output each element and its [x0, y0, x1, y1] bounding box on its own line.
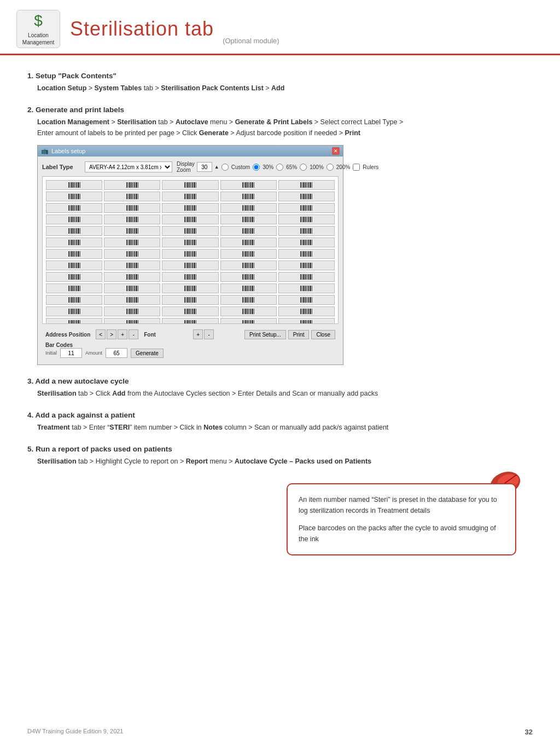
page-header: $ Location Management Sterilisation tab …	[0, 0, 560, 55]
section-1-desc: Location Setup > System Tables tab > Ste…	[37, 83, 533, 94]
zoom-65-radio[interactable]	[276, 164, 283, 171]
font-label: Font	[144, 332, 188, 338]
label-cell	[220, 215, 277, 224]
info-box-container: An item number named “Steri” is preset i…	[287, 483, 516, 555]
section-1: 1. Setup "Pack Contents" Location Setup …	[27, 72, 533, 94]
font-plus-btn[interactable]: +	[193, 329, 203, 339]
zoom-value-input[interactable]	[197, 162, 212, 172]
label-cell	[104, 260, 160, 270]
label-cell	[104, 283, 160, 293]
label-cell	[278, 215, 335, 224]
labels-setup-dialog-wrapper: 📺 Labels setup ✕ Label Type AVERY-A4 2.1…	[37, 145, 533, 365]
zoom-100-radio[interactable]	[300, 164, 307, 171]
labels-setup-dialog: 📺 Labels setup ✕ Label Type AVERY-A4 2.1…	[37, 145, 343, 365]
label-cell	[104, 192, 160, 201]
display-zoom-label: Display Zoom	[177, 161, 195, 173]
label-cell	[162, 306, 218, 316]
logo-dollar-icon: $	[34, 12, 43, 30]
section-4-title: 4. Add a pack against a patient	[27, 411, 533, 419]
addr-plus-btn[interactable]: +	[118, 329, 127, 339]
section-4-desc: Treatment tab > Enter “STERI” item numbe…	[37, 422, 533, 433]
label-cell	[104, 295, 160, 305]
print-button[interactable]: Print	[288, 330, 310, 339]
label-cell	[278, 283, 335, 293]
section-5-desc: Sterilisation tab > Highlight Cycle to r…	[37, 456, 533, 467]
addr-right-btn[interactable]: >	[107, 329, 116, 339]
page-number: 32	[525, 728, 533, 736]
address-position-buttons: < > + -	[96, 329, 138, 339]
label-cell	[278, 238, 335, 247]
section-3: 3. Add a new autoclave cycle Sterilisati…	[27, 377, 533, 399]
display-zoom-section: Display Zoom ▲ Custom 30% 65% 100% 200% …	[177, 161, 378, 173]
zoom-30-radio[interactable]	[253, 164, 260, 171]
zoom-up-icon[interactable]: ▲	[214, 164, 219, 170]
page-subtitle: (Optional module)	[223, 37, 279, 48]
info-box: An item number named “Steri” is preset i…	[287, 483, 516, 555]
label-cell	[162, 238, 218, 247]
label-cell	[46, 260, 102, 270]
label-cell	[46, 249, 102, 259]
label-grid	[46, 180, 335, 324]
label-cell	[162, 318, 218, 324]
label-cell	[104, 318, 160, 324]
label-cell	[278, 192, 335, 201]
dialog-titlebar: 📺 Labels setup ✕	[38, 146, 343, 157]
label-cell	[46, 192, 102, 201]
section-5: 5. Run a report of packs used on patient…	[27, 445, 533, 467]
label-cell	[278, 306, 335, 316]
zoom-200-radio[interactable]	[326, 164, 334, 171]
label-cell	[278, 249, 335, 259]
label-cell	[220, 226, 277, 236]
bar-codes-label: Bar Codes	[45, 342, 73, 348]
generate-button[interactable]: Generate	[131, 349, 164, 358]
label-cell	[278, 203, 335, 213]
print-setup-button[interactable]: Print Setup...	[244, 330, 286, 339]
label-cell	[278, 180, 335, 190]
label-cell	[162, 203, 218, 213]
label-cell	[46, 180, 102, 190]
label-cell	[278, 272, 335, 282]
font-minus-btn[interactable]: -	[204, 329, 214, 339]
dialog-footer: Address Position < > + - Font + -	[42, 327, 339, 360]
label-cell	[104, 180, 160, 190]
label-cell	[220, 318, 277, 324]
label-preview-area	[42, 176, 339, 324]
dialog-title-text: 📺 Labels setup	[41, 148, 85, 155]
label-cell	[104, 215, 160, 224]
bar-codes-section: Bar Codes	[45, 342, 335, 348]
label-cell	[46, 238, 102, 247]
close-button[interactable]: Close	[311, 330, 335, 339]
logo-box: $ Location Management	[16, 10, 60, 48]
section-2-title: 2. Generate and print labels	[27, 106, 533, 114]
label-cell	[162, 215, 218, 224]
print-buttons: Print Setup... Print Close	[244, 330, 335, 339]
label-cell	[46, 283, 102, 293]
label-cell	[278, 260, 335, 270]
label-cell	[46, 203, 102, 213]
section-5-title: 5. Run a report of packs used on patient…	[27, 445, 533, 453]
main-content: 1. Setup "Pack Contents" Location Setup …	[0, 66, 560, 572]
label-cell	[162, 283, 218, 293]
amount-input[interactable]	[106, 348, 127, 358]
rulers-checkbox[interactable]	[353, 164, 360, 171]
label-cell	[104, 238, 160, 247]
label-cell	[162, 192, 218, 201]
label-cell	[46, 318, 102, 324]
label-cell	[162, 180, 218, 190]
dialog-close-button[interactable]: ✕	[332, 147, 340, 155]
addr-left-btn[interactable]: <	[96, 329, 106, 339]
initial-input[interactable]	[60, 348, 82, 358]
label-cell	[162, 226, 218, 236]
label-cell	[278, 318, 335, 324]
zoom-custom-radio[interactable]	[221, 164, 229, 171]
dialog-label-type-row: Label Type AVERY-A4 2.12cm x 3.81cm x 65…	[42, 161, 339, 173]
label-type-select[interactable]: AVERY-A4 2.12cm x 3.81cm x 65 J8551	[85, 161, 172, 172]
section-4: 4. Add a pack against a patient Treatmen…	[27, 411, 533, 433]
label-cell	[278, 295, 335, 305]
label-cell	[46, 226, 102, 236]
addr-minus-btn[interactable]: -	[129, 329, 138, 339]
address-position-label: Address Position	[45, 332, 90, 338]
dialog-body: Label Type AVERY-A4 2.12cm x 3.81cm x 65…	[38, 157, 343, 364]
label-cell	[162, 260, 218, 270]
amount-label: Amount	[85, 350, 102, 356]
